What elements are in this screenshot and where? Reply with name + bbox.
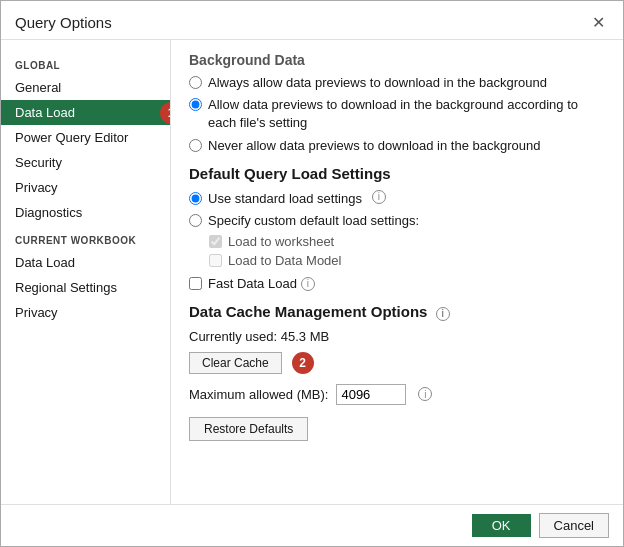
sidebar-item-general[interactable]: General (1, 75, 170, 100)
checkbox-worksheet-label: Load to worksheet (228, 234, 334, 249)
cancel-button[interactable]: Cancel (539, 513, 609, 538)
sidebar-item-wb-dl-label: Data Load (15, 255, 75, 270)
dialog-footer: OK Cancel (1, 504, 623, 546)
cache-section: Data Cache Management Options i Currentl… (189, 303, 605, 405)
checkbox-row-data-model: Load to Data Model (209, 253, 605, 268)
info-icon-cache: i (436, 307, 450, 321)
default-query-heading: Default Query Load Settings (189, 165, 605, 182)
radio-row-standard: Use standard load settings i (189, 190, 605, 208)
fast-data-row: Fast Data Load i (189, 276, 605, 291)
sidebar-item-wb-privacy-label: Privacy (15, 305, 58, 320)
sidebar-item-data-load-label: Data Load (15, 105, 75, 120)
max-allowed-row: Maximum allowed (MB): i (189, 384, 605, 405)
radio-custom-label: Specify custom default load settings: (208, 212, 419, 230)
radio-standard-label: Use standard load settings (208, 190, 362, 208)
radio-always[interactable] (189, 76, 202, 89)
radio-row-custom: Specify custom default load settings: (189, 212, 605, 230)
dialog-title: Query Options (15, 14, 112, 31)
sidebar-item-regional-label: Regional Settings (15, 280, 117, 295)
close-button[interactable]: ✕ (587, 11, 609, 33)
info-icon-standard: i (372, 190, 386, 204)
restore-defaults-button[interactable]: Restore Defaults (189, 417, 308, 441)
sidebar-item-regional-settings[interactable]: Regional Settings (1, 275, 170, 300)
radio-group-bg: Always allow data previews to download i… (189, 74, 605, 155)
checkbox-data-model[interactable] (209, 254, 222, 267)
sidebar-item-diagnostics[interactable]: Diagnostics (1, 200, 170, 225)
sidebar-item-wb-privacy[interactable]: Privacy (1, 300, 170, 325)
sidebar-item-security[interactable]: Security (1, 150, 170, 175)
cache-row: Clear Cache 2 (189, 352, 605, 374)
sidebar-item-privacy[interactable]: Privacy (1, 175, 170, 200)
clear-cache-badge: 2 (292, 352, 314, 374)
checkbox-row-worksheet: Load to worksheet (209, 234, 605, 249)
custom-options-indent: Load to worksheet Load to Data Model (189, 234, 605, 268)
radio-never-label: Never allow data previews to download in… (208, 137, 540, 155)
restore-row: Restore Defaults (189, 417, 605, 441)
data-load-badge: 1 (160, 102, 171, 124)
title-bar: Query Options ✕ (1, 1, 623, 40)
radio-row-never: Never allow data previews to download in… (189, 137, 605, 155)
sidebar-item-general-label: General (15, 80, 61, 95)
radio-allow-label: Allow data previews to download in the b… (208, 96, 605, 132)
checkbox-fast-data[interactable] (189, 277, 202, 290)
checkbox-data-model-label: Load to Data Model (228, 253, 341, 268)
radio-always-label: Always allow data previews to download i… (208, 74, 547, 92)
radio-custom[interactable] (189, 214, 202, 227)
fast-data-label: Fast Data Load (208, 276, 297, 291)
radio-standard[interactable] (189, 192, 202, 205)
sidebar: GLOBAL General Data Load 1 Power Query E… (1, 40, 171, 504)
content-area: GLOBAL General Data Load 1 Power Query E… (1, 40, 623, 504)
sidebar-item-wb-data-load[interactable]: Data Load (1, 250, 170, 275)
sidebar-item-pqe-label: Power Query Editor (15, 130, 128, 145)
radio-row-allow: Allow data previews to download in the b… (189, 96, 605, 132)
max-allowed-input[interactable] (336, 384, 406, 405)
sidebar-item-data-load[interactable]: Data Load 1 (1, 100, 170, 125)
clear-cache-button[interactable]: Clear Cache (189, 352, 282, 374)
info-icon-fast-data: i (301, 277, 315, 291)
radio-allow[interactable] (189, 98, 202, 111)
bg-data-label: Background Data (189, 52, 605, 68)
sidebar-item-privacy-label: Privacy (15, 180, 58, 195)
query-options-dialog: Query Options ✕ GLOBAL General Data Load… (0, 0, 624, 547)
global-section-label: GLOBAL (1, 50, 170, 75)
main-content: Background Data Always allow data previe… (171, 40, 623, 504)
max-allowed-label: Maximum allowed (MB): (189, 387, 328, 402)
radio-row-always: Always allow data previews to download i… (189, 74, 605, 92)
checkbox-worksheet[interactable] (209, 235, 222, 248)
scroll-area[interactable]: Background Data Always allow data previe… (171, 40, 623, 504)
sidebar-item-security-label: Security (15, 155, 62, 170)
sidebar-item-power-query-editor[interactable]: Power Query Editor (1, 125, 170, 150)
currently-used-label: Currently used: 45.3 MB (189, 329, 605, 344)
radio-never[interactable] (189, 139, 202, 152)
sidebar-item-diagnostics-label: Diagnostics (15, 205, 82, 220)
info-icon-max: i (418, 387, 432, 401)
ok-button[interactable]: OK (472, 514, 531, 537)
data-cache-heading: Data Cache Management Options i (189, 303, 605, 321)
workbook-section-label: CURRENT WORKBOOK (1, 225, 170, 250)
